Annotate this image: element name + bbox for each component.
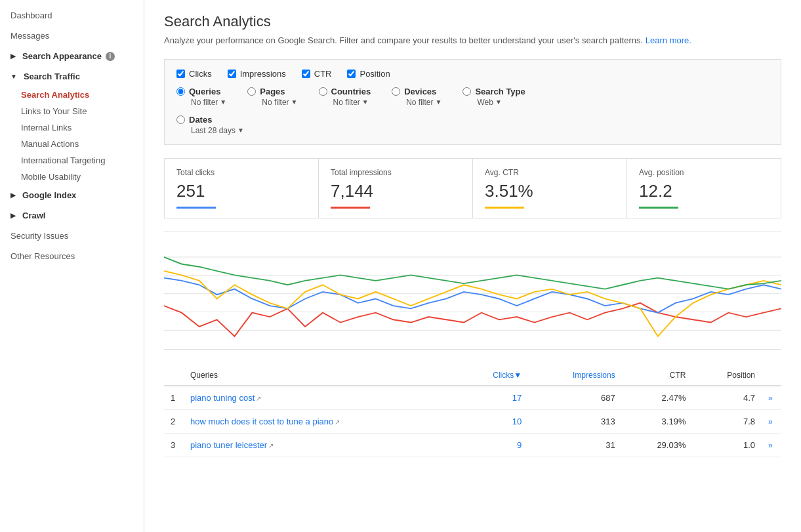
sidebar-item-security-issues[interactable]: Security Issues [0, 226, 144, 246]
expand-arrow-icon: ▼ [10, 73, 17, 80]
table-body: 1piano tuning cost↗176872.47%4.7»2how mu… [164, 386, 781, 457]
table-row: 3piano tuner leicester↗93129.03%1.0» [164, 433, 781, 457]
table-row: 1piano tuning cost↗176872.47%4.7» [164, 386, 781, 410]
stat-bar-impressions [331, 207, 370, 209]
radio-pages: Pages No filter ▼ [247, 87, 297, 107]
stat-total-clicks: Total clicks 251 [165, 159, 319, 218]
filter-arrow-icon: ▼ [237, 127, 244, 134]
date-filter[interactable]: Last 28 days ▼ [191, 126, 244, 135]
date-row: Dates Last 28 days ▼ [176, 115, 769, 135]
cell-impressions: 31 [528, 433, 621, 457]
filter-arrow-icon: ▼ [495, 98, 502, 106]
sidebar-item-search-traffic[interactable]: ▼ Search Traffic [0, 66, 144, 87]
table-header-row: Queries Clicks▼ Impressions CTR Position [164, 365, 781, 386]
radio-queries: Queries No filter ▼ [176, 87, 226, 107]
pages-filter[interactable]: No filter ▼ [262, 98, 297, 107]
col-impressions[interactable]: Impressions [528, 365, 621, 386]
page-title: Search Analytics [164, 13, 781, 30]
expand-arrow-icon: ▶ [10, 52, 16, 60]
cell-index: 3 [164, 433, 184, 457]
cell-drill-down[interactable]: » [762, 433, 781, 457]
radio-countries: Countries No filter ▼ [319, 87, 371, 107]
stats-row: Total clicks 251 Total impressions 7,144… [164, 158, 781, 218]
cell-drill-down[interactable]: » [762, 386, 781, 410]
cell-position: 7.8 [692, 409, 762, 433]
radio-group: Queries No filter ▼ Pages No filter ▼ [176, 87, 525, 107]
drill-down-icon[interactable]: » [768, 417, 773, 426]
sidebar-item-google-index[interactable]: ▶ Google Index [0, 185, 144, 205]
cell-ctr: 3.19% [622, 409, 693, 433]
sidebar-item-dashboard[interactable]: Dashboard [0, 5, 144, 26]
radio-dates: Dates Last 28 days ▼ [176, 115, 244, 135]
cell-ctr: 2.47% [622, 386, 693, 410]
cell-query: piano tuning cost↗ [184, 386, 458, 410]
sidebar-item-mobile-usability[interactable]: Mobile Usability [10, 169, 144, 185]
cell-query: how much does it cost to tune a piano↗ [184, 409, 458, 433]
search-traffic-submenu: Search Analytics Links to Your Site Inte… [0, 87, 144, 185]
devices-filter[interactable]: No filter ▼ [406, 98, 442, 107]
checkbox-ctr[interactable]: CTR [302, 69, 332, 79]
radio-row: Queries No filter ▼ Pages No filter ▼ [176, 87, 769, 107]
queries-filter[interactable]: No filter ▼ [191, 98, 226, 107]
stat-avg-position: Avg. position 12.2 [627, 159, 781, 218]
search-type-filter[interactable]: Web ▼ [477, 98, 525, 107]
line-chart [164, 239, 781, 342]
sidebar-item-crawl[interactable]: ▶ Crawl [0, 205, 144, 226]
checkbox-impressions[interactable]: Impressions [228, 69, 286, 79]
cell-index: 1 [164, 386, 184, 410]
info-icon[interactable]: i [106, 52, 115, 61]
expand-arrow-icon: ▶ [10, 212, 16, 219]
cell-impressions: 313 [528, 409, 621, 433]
sidebar-item-manual-actions[interactable]: Manual Actions [10, 136, 144, 152]
sidebar-item-international-targeting[interactable]: International Targeting [10, 152, 144, 169]
external-link-icon: ↗ [268, 442, 274, 449]
sidebar-item-search-appearance[interactable]: ▶ Search Appearance i [0, 46, 144, 66]
cell-clicks: 17 [458, 386, 528, 410]
learn-more-link[interactable]: Learn more. [646, 35, 691, 45]
sidebar-item-other-resources[interactable]: Other Resources [0, 246, 144, 266]
cell-index: 2 [164, 409, 184, 433]
stat-bar-clicks [176, 207, 216, 209]
sidebar-item-links-to-your-site[interactable]: Links to Your Site [10, 103, 144, 119]
stat-total-impressions: Total impressions 7,144 [319, 159, 473, 218]
filter-arrow-icon: ▼ [362, 98, 369, 106]
col-clicks[interactable]: Clicks▼ [458, 365, 528, 386]
radio-search-type: Search Type Web ▼ [462, 87, 525, 107]
checkbox-position[interactable]: Position [347, 69, 390, 79]
query-link[interactable]: piano tuning cost [190, 393, 255, 403]
page-description: Analyze your performance on Google Searc… [164, 34, 781, 47]
cell-impressions: 687 [528, 386, 621, 410]
stat-bar-position [639, 207, 678, 209]
query-link[interactable]: how much does it cost to tune a piano [190, 417, 333, 426]
col-index [164, 365, 184, 386]
cell-query: piano tuner leicester↗ [184, 433, 458, 457]
sidebar-item-messages[interactable]: Messages [0, 26, 144, 46]
filter-arrow-icon: ▼ [436, 98, 442, 106]
sidebar: Dashboard Messages ▶ Search Appearance i… [0, 0, 144, 532]
filter-arrow-icon: ▼ [220, 98, 226, 106]
sidebar-item-search-analytics[interactable]: Search Analytics [10, 87, 144, 103]
queries-table: Queries Clicks▼ Impressions CTR Position… [164, 365, 781, 457]
cell-clicks: 9 [458, 433, 528, 457]
cell-ctr: 29.03% [622, 433, 693, 457]
checkbox-row: Clicks Impressions CTR Position [176, 69, 769, 79]
external-link-icon: ↗ [256, 395, 261, 402]
cell-position: 4.7 [692, 386, 762, 410]
col-ctr: CTR [622, 365, 693, 386]
checkbox-clicks[interactable]: Clicks [176, 69, 212, 79]
countries-filter[interactable]: No filter ▼ [333, 98, 371, 107]
filter-arrow-icon: ▼ [291, 98, 298, 106]
stat-avg-ctr: Avg. CTR 3.51% [473, 159, 627, 218]
col-actions [762, 365, 781, 386]
external-link-icon: ↗ [335, 419, 340, 426]
cell-position: 1.0 [692, 433, 762, 457]
table-row: 2how much does it cost to tune a piano↗1… [164, 409, 781, 433]
query-link[interactable]: piano tuner leicester [190, 440, 267, 450]
col-queries: Queries [184, 365, 458, 386]
cell-clicks: 10 [458, 409, 528, 433]
drill-down-icon[interactable]: » [768, 394, 773, 403]
filter-box: Clicks Impressions CTR Position Queries [164, 59, 781, 145]
sidebar-item-internal-links[interactable]: Internal Links [10, 119, 144, 136]
drill-down-icon[interactable]: » [768, 441, 773, 450]
cell-drill-down[interactable]: » [762, 409, 781, 433]
